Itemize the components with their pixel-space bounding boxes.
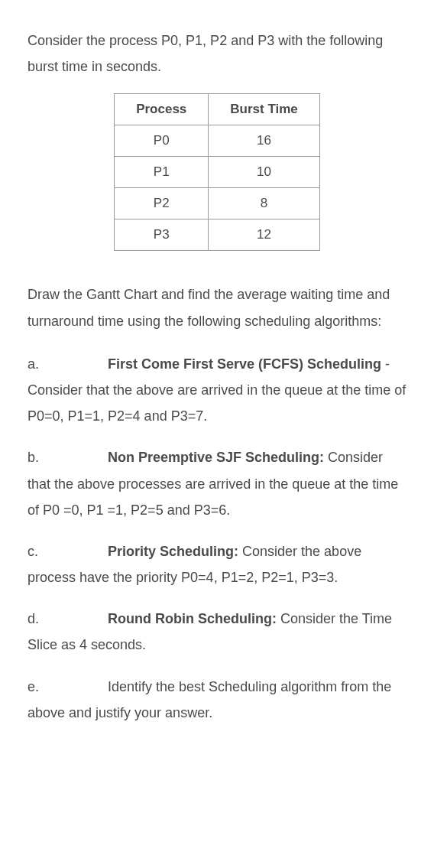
- item-label: e.: [28, 674, 104, 700]
- cell-burst: 10: [209, 157, 320, 188]
- col-header-process: Process: [115, 94, 209, 125]
- item-label: d.: [28, 606, 104, 632]
- question-b: b. Non Preemptive SJF Scheduling: Consid…: [28, 444, 406, 523]
- question-c: c. Priority Scheduling: Consider the abo…: [28, 538, 406, 590]
- process-table: Process Burst Time P0 16 P1 10 P2 8 P3 1…: [114, 93, 320, 251]
- cell-burst: 8: [209, 188, 320, 219]
- table-row: P3 12: [115, 219, 320, 251]
- document-page: Consider the process P0, P1, P2 and P3 w…: [0, 0, 434, 726]
- item-label: a.: [28, 351, 104, 377]
- table-row: P0 16: [115, 125, 320, 157]
- table-row: P1 10: [115, 157, 320, 188]
- table-header-row: Process Burst Time: [115, 94, 320, 125]
- item-title: First Come First Serve (FCFS) Scheduling: [108, 356, 381, 372]
- cell-burst: 12: [209, 219, 320, 251]
- question-e: e. Identify the best Scheduling algorith…: [28, 674, 406, 726]
- cell-process: P1: [115, 157, 209, 188]
- table-row: P2 8: [115, 188, 320, 219]
- cell-process: P2: [115, 188, 209, 219]
- question-a: a. First Come First Serve (FCFS) Schedul…: [28, 351, 406, 430]
- cell-burst: 16: [209, 125, 320, 157]
- cell-process: P0: [115, 125, 209, 157]
- cell-process: P3: [115, 219, 209, 251]
- item-title: Priority Scheduling:: [108, 544, 238, 559]
- item-label: b.: [28, 444, 104, 470]
- item-title: Non Preemptive SJF Scheduling:: [108, 450, 324, 465]
- intro-paragraph: Consider the process P0, P1, P2 and P3 w…: [28, 28, 406, 80]
- item-title: Round Robin Scheduling:: [108, 611, 277, 626]
- col-header-burst: Burst Time: [209, 94, 320, 125]
- item-label: c.: [28, 538, 104, 564]
- question-d: d. Round Robin Scheduling: Consider the …: [28, 606, 406, 658]
- instruction-paragraph: Draw the Gantt Chart and find the averag…: [28, 281, 406, 333]
